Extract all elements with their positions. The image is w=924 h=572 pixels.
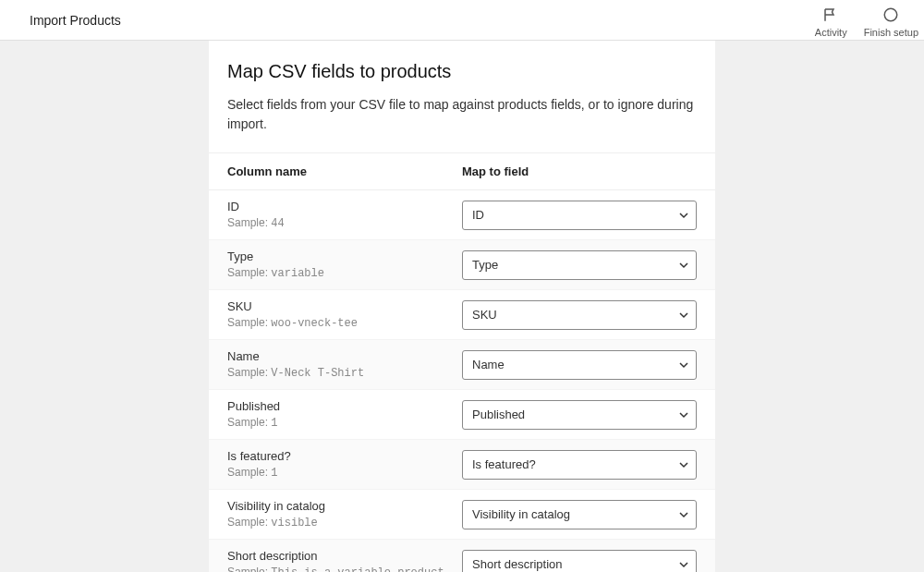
map-field-select[interactable]: Is featured? — [462, 450, 697, 480]
map-field-select[interactable]: Type — [462, 250, 697, 280]
select-wrap: Name — [462, 350, 697, 380]
sample-prefix: Sample: — [227, 566, 271, 572]
field-name: Short description — [227, 549, 453, 563]
mapping-row: Visibility in catalog Sample: visible Vi… — [209, 490, 715, 540]
select-wrap: ID — [462, 201, 697, 230]
mapping-control: Visibility in catalog — [462, 500, 697, 529]
column-info: Is featured? Sample: 1 — [227, 449, 462, 480]
column-info: SKU Sample: woo-vneck-tee — [227, 299, 462, 330]
sample-prefix: Sample: — [227, 466, 271, 479]
map-field-select[interactable]: Visibility in catalog — [462, 500, 697, 529]
sample-value: 1 — [271, 417, 277, 430]
mapping-row: Is featured? Sample: 1 Is featured? — [209, 440, 715, 490]
column-info: Name Sample: V-Neck T-Shirt — [227, 349, 462, 380]
column-info: Published Sample: 1 — [227, 399, 462, 430]
field-sample: Sample: visible — [227, 516, 453, 529]
map-field-select[interactable]: SKU — [462, 300, 697, 330]
field-sample: Sample: 44 — [227, 216, 453, 230]
field-name: ID — [227, 200, 453, 213]
circle-icon — [882, 6, 899, 25]
mapping-row: Type Sample: variable Type — [209, 240, 715, 290]
field-name: Name — [227, 349, 453, 363]
field-name: Is featured? — [227, 449, 453, 463]
import-card: Map CSV fields to products Select fields… — [209, 41, 715, 572]
map-field-select[interactable]: Short description — [462, 550, 697, 573]
mapping-row: SKU Sample: woo-vneck-tee SKU — [209, 290, 715, 340]
sample-value: woo-vneck-tee — [271, 317, 358, 330]
map-field-select[interactable]: Name — [462, 350, 697, 380]
sample-prefix: Sample: — [227, 316, 271, 329]
sample-prefix: Sample: — [227, 516, 271, 529]
activity-label: Activity — [815, 27, 847, 38]
map-field-select[interactable]: Published — [462, 400, 697, 430]
sample-value: 44 — [271, 217, 284, 230]
map-to-field-header: Map to field — [462, 164, 697, 178]
sample-prefix: Sample: — [227, 266, 271, 279]
sample-value: variable — [271, 267, 324, 280]
map-field-select[interactable]: ID — [462, 201, 697, 230]
mapping-control: ID — [462, 201, 697, 230]
mapping-table-head: Column name Map to field — [209, 153, 715, 190]
topbar: Import Products Activity Finish setup — [0, 0, 924, 41]
topbar-actions: Activity Finish setup — [815, 3, 924, 38]
mapping-control: Is featured? — [462, 450, 697, 480]
sample-prefix: Sample: — [227, 416, 271, 429]
select-wrap: Published — [462, 400, 697, 430]
sample-value: This is a variable product. — [271, 566, 450, 572]
flag-icon — [822, 6, 839, 25]
mapping-control: Published — [462, 400, 697, 430]
finish-setup-label: Finish setup — [864, 27, 918, 38]
sample-prefix: Sample: — [227, 366, 271, 379]
select-wrap: SKU — [462, 300, 697, 330]
field-sample: Sample: This is a variable product. — [227, 566, 453, 572]
field-name: Visibility in catalog — [227, 499, 453, 513]
mapping-control: Name — [462, 350, 697, 380]
svg-point-0 — [885, 8, 898, 21]
card-title: Map CSV fields to products — [227, 61, 697, 82]
content: Map CSV fields to products Select fields… — [0, 41, 924, 572]
mapping-control: Short description — [462, 550, 697, 573]
sample-value: visible — [271, 517, 317, 529]
sample-value: V-Neck T-Shirt — [271, 367, 364, 380]
mapping-row: Name Sample: V-Neck T-Shirt Name — [209, 340, 715, 390]
field-name: Type — [227, 249, 453, 263]
mapping-row: Short description Sample: This is a vari… — [209, 540, 715, 572]
column-info: Type Sample: variable — [227, 249, 462, 280]
finish-setup-button[interactable]: Finish setup — [864, 3, 918, 38]
sample-value: 1 — [271, 467, 277, 480]
mapping-row: ID Sample: 44 ID — [209, 190, 715, 240]
field-sample: Sample: 1 — [227, 416, 453, 430]
card-header: Map CSV fields to products Select fields… — [209, 41, 715, 153]
field-name: SKU — [227, 299, 453, 313]
card-description: Select fields from your CSV file to map … — [227, 95, 697, 134]
mapping-row: Published Sample: 1 Published — [209, 390, 715, 440]
mapping-rows: ID Sample: 44 ID Type Sample: variable — [209, 190, 715, 572]
activity-button[interactable]: Activity — [815, 3, 847, 38]
field-sample: Sample: 1 — [227, 466, 453, 480]
field-name: Published — [227, 399, 453, 413]
field-sample: Sample: variable — [227, 266, 453, 280]
select-wrap: Visibility in catalog — [462, 500, 697, 529]
select-wrap: Is featured? — [462, 450, 697, 480]
column-info: Visibility in catalog Sample: visible — [227, 499, 462, 529]
column-info: ID Sample: 44 — [227, 200, 462, 230]
field-sample: Sample: V-Neck T-Shirt — [227, 366, 453, 380]
field-sample: Sample: woo-vneck-tee — [227, 316, 453, 330]
column-info: Short description Sample: This is a vari… — [227, 549, 462, 572]
page-title: Import Products — [30, 13, 121, 28]
mapping-control: Type — [462, 250, 697, 280]
select-wrap: Short description — [462, 550, 697, 573]
sample-prefix: Sample: — [227, 216, 271, 229]
select-wrap: Type — [462, 250, 697, 280]
mapping-control: SKU — [462, 300, 697, 330]
column-name-header: Column name — [227, 164, 462, 178]
